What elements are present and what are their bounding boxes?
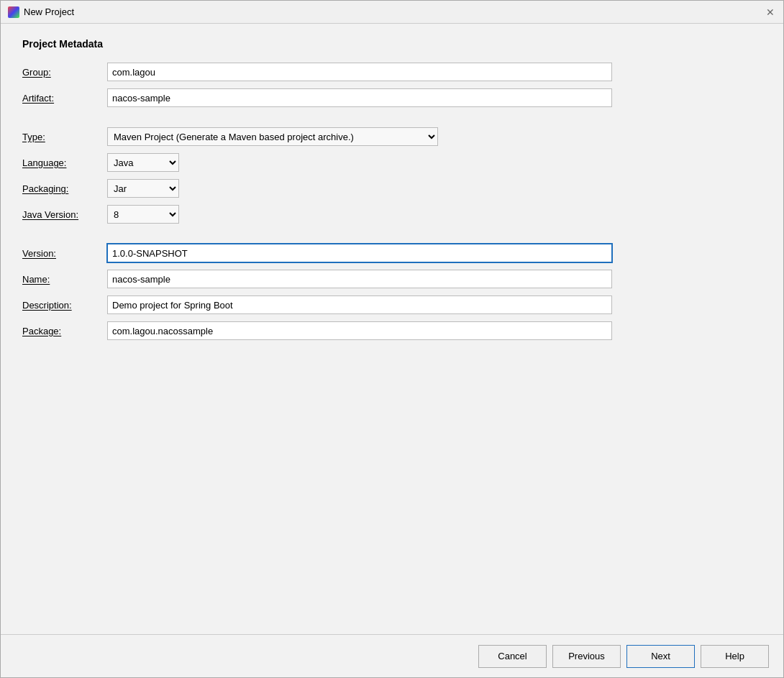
artifact-label: Artifact: (22, 93, 101, 104)
language-select[interactable]: Java Kotlin Groovy (107, 153, 179, 172)
footer: Cancel Previous Next Help (1, 634, 783, 677)
dialog-title: New Project (24, 6, 74, 17)
java-version-label: Java Version: (22, 209, 101, 220)
app-icon (8, 6, 19, 18)
title-bar: New Project ✕ (1, 1, 783, 24)
help-button[interactable]: Help (701, 645, 769, 668)
package-input[interactable] (107, 321, 612, 340)
java-version-select[interactable]: 8 11 17 (107, 205, 179, 224)
new-project-dialog: New Project ✕ Project Metadata Group: Ar… (0, 0, 784, 678)
language-select-wrapper: Java Kotlin Groovy (107, 153, 612, 172)
type-select[interactable]: Maven Project (Generate a Maven based pr… (107, 127, 438, 146)
group-label: Group: (22, 67, 101, 78)
packaging-select-wrapper: Jar War (107, 179, 612, 198)
close-button[interactable]: ✕ (765, 6, 776, 18)
form-grid: Group: Artifact: Type: Maven Project (Ge… (22, 63, 612, 340)
description-label: Description: (22, 300, 101, 311)
next-button[interactable]: Next (626, 645, 695, 668)
section-title: Project Metadata (22, 38, 762, 50)
spacer-1 (22, 114, 612, 120)
type-label: Type: (22, 132, 101, 142)
packaging-label: Packaging: (22, 183, 101, 194)
artifact-input[interactable] (107, 88, 612, 107)
name-label: Name: (22, 274, 101, 285)
packaging-select[interactable]: Jar War (107, 179, 179, 198)
description-input[interactable] (107, 296, 612, 314)
group-input[interactable] (107, 63, 612, 81)
spacer-2 (22, 231, 612, 237)
version-label: Version: (22, 248, 101, 259)
cancel-button[interactable]: Cancel (478, 645, 547, 668)
previous-button[interactable]: Previous (552, 645, 621, 668)
version-input[interactable] (107, 244, 612, 262)
package-label: Package: (22, 326, 101, 336)
java-version-select-wrapper: 8 11 17 (107, 205, 612, 224)
language-label: Language: (22, 157, 101, 168)
name-input[interactable] (107, 270, 612, 288)
title-bar-left: New Project (8, 6, 74, 18)
dialog-content: Project Metadata Group: Artifact: Type: … (1, 24, 783, 634)
